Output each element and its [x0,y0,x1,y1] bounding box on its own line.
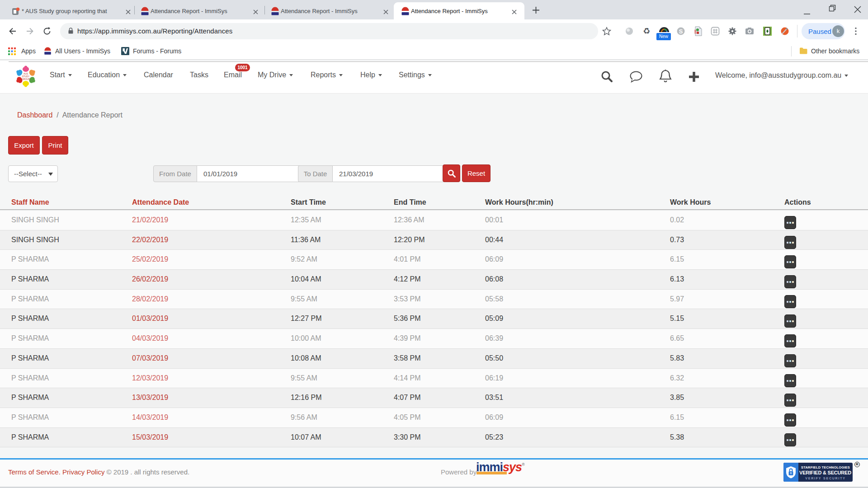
svg-text:S: S [679,28,683,35]
svg-text:STUDY: STUDY [22,75,30,78]
svg-text:GROUP: GROUP [22,78,30,80]
svg-text:♻: ♻ [643,27,650,36]
svg-text:AUS: AUS [24,73,28,75]
